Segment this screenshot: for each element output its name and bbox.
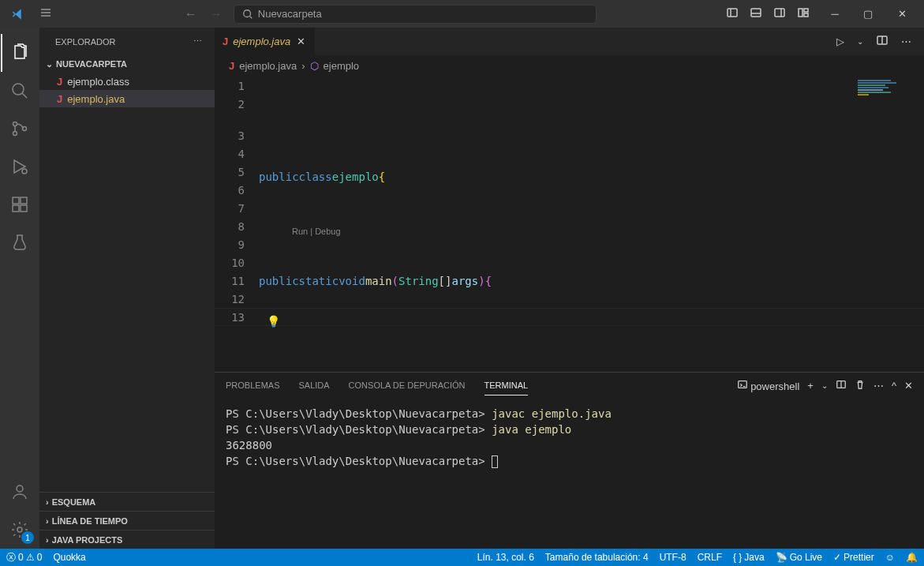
run-dropdown-icon[interactable]: ⌄ bbox=[852, 34, 868, 49]
file-name: ejemplo.java bbox=[67, 93, 125, 105]
section-timeline[interactable]: › LÍNEA DE TIEMPO bbox=[39, 511, 215, 530]
folder-header[interactable]: ⌄ NUEVACARPETA bbox=[39, 55, 215, 73]
java-file-icon: J bbox=[229, 60, 234, 72]
sidebar: EXPLORADOR ⋯ ⌄ NUEVACARPETA J ejemplo.cl… bbox=[39, 28, 215, 549]
settings-badge: 1 bbox=[21, 531, 34, 544]
java-file-icon: J bbox=[57, 76, 62, 88]
activity-explorer[interactable] bbox=[1, 34, 39, 72]
split-editor-icon[interactable] bbox=[871, 31, 893, 52]
status-golive[interactable]: 📡 Go Live bbox=[776, 552, 822, 563]
svg-rect-19 bbox=[738, 380, 746, 388]
sidebar-title: EXPLORADOR bbox=[55, 37, 115, 47]
chevron-right-icon: › bbox=[301, 60, 305, 72]
maximize-panel-icon[interactable]: ^ bbox=[892, 380, 896, 392]
codelens[interactable]: Run | Debug bbox=[259, 223, 924, 236]
svg-point-9 bbox=[13, 132, 17, 136]
svg-rect-3 bbox=[775, 9, 784, 17]
editor-area: J ejemplo.java ✕ ▷ ⌄ ⋯ J ejemplo.java › … bbox=[215, 28, 924, 549]
command-center[interactable]: Nuevacarpeta bbox=[234, 5, 597, 24]
layout-sidebar-right-icon[interactable] bbox=[769, 3, 791, 24]
window-maximize-icon[interactable]: ▢ bbox=[852, 2, 884, 26]
folder-name: NUEVACARPETA bbox=[56, 59, 127, 69]
terminal-output[interactable]: PS C:\Users\Vlady\Desktop\Nuevacarpeta> … bbox=[215, 398, 924, 549]
status-bell-icon[interactable]: 🔔 bbox=[906, 552, 918, 563]
code-editor[interactable]: 12345678910111213 public class ejemplo {… bbox=[215, 76, 924, 372]
tab-label: ejemplo.java bbox=[233, 36, 290, 47]
svg-rect-6 bbox=[804, 13, 808, 17]
panel-tab-debug[interactable]: CONSOLA DE DEPURACIÓN bbox=[349, 376, 466, 395]
minimap[interactable] bbox=[858, 79, 913, 111]
status-prettier[interactable]: ✓ Prettier bbox=[833, 552, 874, 563]
breadcrumb-symbol: ejemplo bbox=[324, 60, 360, 72]
svg-point-17 bbox=[17, 527, 22, 532]
line-gutter: 12345678910111213 bbox=[215, 76, 259, 372]
vscode-logo-icon bbox=[11, 7, 25, 21]
chevron-right-icon: › bbox=[46, 535, 49, 545]
status-position[interactable]: Lín. 13, col. 6 bbox=[477, 552, 534, 563]
java-file-icon: J bbox=[57, 93, 62, 105]
svg-rect-14 bbox=[21, 205, 27, 212]
window-minimize-icon[interactable]: ─ bbox=[821, 2, 850, 26]
activity-testing[interactable] bbox=[1, 223, 39, 261]
activity-accounts[interactable] bbox=[1, 473, 39, 511]
svg-point-7 bbox=[13, 84, 24, 95]
breadcrumbs[interactable]: J ejemplo.java › ⬡ ejemplo bbox=[215, 55, 924, 76]
svg-rect-2 bbox=[751, 9, 761, 17]
editor-tabs: J ejemplo.java ✕ ▷ ⌄ ⋯ bbox=[215, 28, 924, 55]
terminal-cursor bbox=[492, 455, 498, 468]
chevron-right-icon: › bbox=[46, 497, 49, 507]
close-panel-icon[interactable]: ✕ bbox=[904, 380, 913, 392]
terminal-shell[interactable]: powershell bbox=[737, 379, 800, 392]
panel-more-icon[interactable]: ⋯ bbox=[873, 380, 884, 392]
activity-search[interactable] bbox=[1, 72, 39, 110]
titlebar: ← → Nuevacarpeta ─ ▢ ✕ bbox=[0, 0, 924, 28]
activitybar: 1 bbox=[0, 28, 39, 549]
svg-rect-4 bbox=[799, 9, 802, 17]
hamburger-menu-icon[interactable] bbox=[36, 3, 55, 24]
svg-point-0 bbox=[244, 9, 251, 17]
file-item-class[interactable]: J ejemplo.class bbox=[39, 73, 215, 90]
layout-panel-icon[interactable] bbox=[745, 3, 767, 24]
sidebar-more-icon[interactable]: ⋯ bbox=[193, 36, 202, 47]
status-quokka[interactable]: Quokka bbox=[53, 552, 85, 563]
activity-run-debug[interactable] bbox=[1, 148, 39, 186]
svg-point-8 bbox=[13, 122, 17, 126]
status-feedback-icon[interactable]: ☺ bbox=[885, 552, 895, 563]
tab-ejemplo[interactable]: J ejemplo.java ✕ bbox=[215, 28, 316, 55]
split-terminal-icon[interactable] bbox=[836, 379, 847, 392]
status-errors[interactable]: ⓧ 0 ⚠ 0 bbox=[6, 551, 42, 564]
kill-terminal-icon[interactable] bbox=[855, 379, 866, 392]
section-outline[interactable]: › ESQUEMA bbox=[39, 492, 215, 511]
layout-sidebar-left-icon[interactable] bbox=[721, 3, 743, 24]
class-symbol-icon: ⬡ bbox=[310, 60, 319, 72]
window-close-icon[interactable]: ✕ bbox=[887, 2, 918, 26]
activity-source-control[interactable] bbox=[1, 110, 39, 148]
activity-extensions[interactable] bbox=[1, 186, 39, 223]
activity-settings[interactable]: 1 bbox=[1, 511, 39, 549]
terminal-dropdown-icon[interactable]: ⌄ bbox=[821, 381, 828, 390]
panel-tab-problems[interactable]: PROBLEMAS bbox=[226, 376, 279, 395]
chevron-down-icon: ⌄ bbox=[46, 59, 53, 69]
search-placeholder: Nuevacarpeta bbox=[258, 8, 322, 20]
status-encoding[interactable]: UTF-8 bbox=[660, 552, 686, 563]
editor-more-icon[interactable]: ⋯ bbox=[896, 32, 916, 51]
file-item-java[interactable]: J ejemplo.java bbox=[39, 90, 215, 107]
panel: PROBLEMAS SALIDA CONSOLA DE DEPURACIÓN T… bbox=[215, 372, 924, 549]
run-icon[interactable]: ▷ bbox=[832, 32, 849, 51]
chevron-right-icon: › bbox=[46, 516, 49, 526]
status-eol[interactable]: CRLF bbox=[698, 552, 722, 563]
svg-point-16 bbox=[17, 485, 23, 492]
new-terminal-icon[interactable]: + bbox=[807, 380, 814, 392]
section-java-projects[interactable]: › JAVA PROJECTS bbox=[39, 530, 215, 549]
tab-close-icon[interactable]: ✕ bbox=[295, 36, 307, 47]
panel-tab-output[interactable]: SALIDA bbox=[298, 376, 329, 395]
status-language[interactable]: { } Java bbox=[733, 552, 765, 563]
customize-layout-icon[interactable] bbox=[792, 3, 814, 24]
status-indentation[interactable]: Tamaño de tabulación: 4 bbox=[545, 552, 649, 563]
statusbar: ⓧ 0 ⚠ 0 Quokka Lín. 13, col. 6 Tamaño de… bbox=[0, 549, 924, 566]
nav-back-icon[interactable]: ← bbox=[180, 4, 202, 24]
lightbulb-icon[interactable]: 💡 bbox=[267, 313, 279, 325]
panel-tab-terminal[interactable]: TERMINAL bbox=[484, 376, 529, 395]
svg-rect-13 bbox=[13, 205, 19, 212]
nav-forward-icon[interactable]: → bbox=[205, 4, 227, 24]
